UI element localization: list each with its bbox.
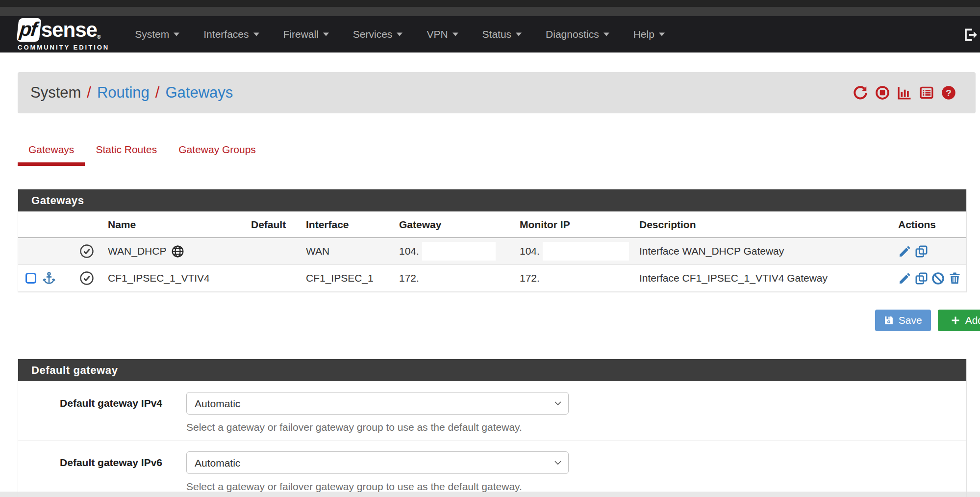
nav-item-label: Diagnostics [546, 28, 599, 40]
default-gateway-ipv4-select[interactable]: Automatic [186, 392, 569, 415]
pfsense-page: pf sense ® COMMUNITY EDITION System Inte… [0, 0, 980, 492]
nav-item-vpn[interactable]: VPN [427, 28, 458, 40]
refresh-icon[interactable] [853, 85, 868, 100]
col-name: Name [108, 219, 251, 231]
bar-chart-icon[interactable] [897, 85, 912, 100]
table-row-wan-dhcp: WAN_DHCP WAN 104. 104. Interface WAN_DHC… [18, 238, 966, 265]
nav-item-label: Interfaces [203, 28, 249, 40]
col-monitor-ip: Monitor IP [520, 219, 639, 231]
default-gateway-ipv4-help: Select a gateway or failover gateway gro… [186, 421, 569, 433]
chevron-down-icon [516, 32, 522, 36]
logo-edition: COMMUNITY EDITION [18, 44, 109, 51]
nav-item-label: Help [633, 28, 654, 40]
gateway-ip: 104. [399, 245, 419, 257]
add-button-label: Add [965, 314, 980, 326]
help-circle-icon[interactable]: ? [941, 85, 956, 100]
default-gateway-ipv6-label: Default gateway IPv6 [18, 451, 186, 493]
add-button[interactable]: Add [938, 310, 980, 331]
window-top-strip [0, 0, 980, 7]
monitor-ip: 104. [520, 245, 540, 257]
nav-item-diagnostics[interactable]: Diagnostics [546, 28, 609, 40]
delete-icon[interactable] [948, 272, 961, 285]
nav-item-label: Firewall [283, 28, 319, 40]
breadcrumb: System / Routing / Gateways [30, 84, 233, 102]
nav-item-label: Status [482, 28, 512, 40]
nav-menu: System Interfaces Firewall Services VPN … [135, 28, 665, 40]
breadcrumb-root: System [30, 84, 81, 102]
redaction-box [422, 242, 496, 261]
gateway-online-icon [79, 271, 94, 286]
log-list-icon[interactable] [919, 85, 934, 100]
breadcrumb-link-gateways[interactable]: Gateways [165, 84, 233, 102]
chevron-down-icon [253, 32, 259, 36]
form-row-ipv6: Default gateway IPv6 Automatic Select a … [18, 440, 966, 497]
breadcrumb-link-routing[interactable]: Routing [97, 84, 150, 102]
nav-item-help[interactable]: Help [633, 28, 665, 40]
breadcrumb-separator: / [87, 84, 91, 102]
copy-icon[interactable] [915, 245, 928, 258]
col-actions: Actions [894, 219, 966, 231]
save-button[interactable]: Save [875, 310, 931, 331]
stop-circle-icon[interactable] [875, 85, 890, 100]
tab-gateways[interactable]: Gateways [18, 136, 85, 166]
chevron-down-icon [174, 32, 179, 36]
nav-item-services[interactable]: Services [353, 28, 403, 40]
nav-item-label: Services [353, 28, 393, 40]
disable-icon[interactable] [931, 272, 945, 285]
gateway-name: CF1_IPSEC_1_VTIV4 [108, 272, 210, 284]
gateway-ip: 172. [399, 272, 419, 284]
page-action-icons: ? [853, 85, 956, 100]
gateways-table-header: Name Default Interface Gateway Monitor I… [18, 211, 966, 238]
default-gateway-ipv6-help: Select a gateway or failover gateway gro… [186, 481, 569, 493]
logo-sense: sense [41, 20, 97, 40]
row-checkbox[interactable] [25, 273, 36, 284]
pfsense-logo[interactable]: pf sense ® COMMUNITY EDITION [18, 18, 109, 51]
redaction-box [543, 242, 629, 261]
edit-icon[interactable] [898, 272, 911, 285]
nav-item-status[interactable]: Status [482, 28, 522, 40]
svg-text:?: ? [946, 88, 951, 98]
chevron-down-icon [323, 32, 329, 36]
copy-icon[interactable] [915, 272, 928, 285]
plus-icon [951, 315, 960, 325]
nav-item-firewall[interactable]: Firewall [283, 28, 329, 40]
description-cell: Interface CF1_IPSEC_1_VTIV4 Gateway [639, 272, 894, 284]
nav-item-label: VPN [427, 28, 448, 40]
gateway-name: WAN_DHCP [108, 245, 166, 257]
top-navbar: pf sense ® COMMUNITY EDITION System Inte… [0, 16, 980, 52]
default-gateway-globe-icon [171, 245, 184, 258]
table-button-row: Save Add [18, 309, 967, 332]
monitor-ip: 172. [520, 272, 540, 284]
tab-gateway-groups[interactable]: Gateway Groups [168, 136, 267, 166]
save-button-label: Save [899, 314, 922, 326]
chevron-down-icon [397, 32, 402, 36]
gateway-online-icon [79, 244, 94, 259]
save-floppy-icon [884, 315, 894, 325]
interface-cell: WAN [306, 245, 399, 257]
col-gateway: Gateway [399, 219, 520, 231]
chevron-down-icon [659, 32, 665, 36]
nav-item-system[interactable]: System [135, 28, 179, 40]
breadcrumb-bar: System / Routing / Gateways [18, 72, 976, 113]
nav-item-label: System [135, 28, 169, 40]
nav-item-interfaces[interactable]: Interfaces [203, 28, 259, 40]
default-gateway-ipv4-label: Default gateway IPv4 [18, 392, 186, 433]
routing-tabs: Gateways Static Routes Gateway Groups [18, 136, 980, 166]
col-interface: Interface [306, 219, 399, 231]
chevron-down-icon [603, 32, 609, 36]
description-cell: Interface WAN_DHCP Gateway [639, 245, 894, 257]
table-row-cf1-ipsec: CF1_IPSEC_1_VTIV4 CF1_IPSEC_1 172. 172. … [18, 265, 966, 292]
tab-static-routes[interactable]: Static Routes [85, 136, 168, 166]
gateways-panel-title: Gateways [18, 189, 966, 211]
edit-icon[interactable] [898, 245, 911, 258]
chevron-down-icon [452, 32, 458, 36]
logo-registered-mark: ® [97, 34, 101, 40]
col-description: Description [639, 219, 894, 231]
sign-out-icon[interactable] [962, 27, 979, 43]
logo-pf: pf [16, 18, 41, 42]
window-title-strip [0, 7, 980, 16]
interface-cell: CF1_IPSEC_1 [306, 272, 399, 284]
default-gateway-ipv6-select[interactable]: Automatic [186, 451, 569, 474]
default-gateway-panel: Default gateway Default gateway IPv4 Aut… [18, 359, 967, 497]
form-row-ipv4: Default gateway IPv4 Automatic Select a … [18, 381, 966, 440]
